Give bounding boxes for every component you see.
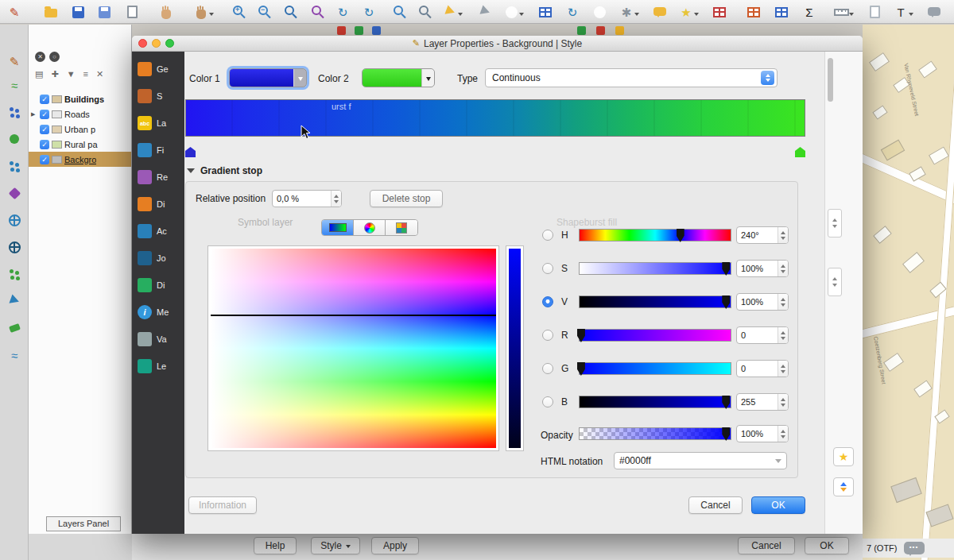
map-tips-icon[interactable]: [650, 2, 669, 21]
deselect-features-icon[interactable]: [475, 2, 494, 21]
hidden-stepper[interactable]: [828, 209, 842, 238]
digitizing-toolbar-icon[interactable]: [337, 26, 346, 35]
zoom-in-icon[interactable]: +: [227, 2, 246, 21]
spin-stepper[interactable]: [778, 426, 788, 442]
scrollbar-thumb[interactable]: [828, 58, 833, 102]
slider-handle[interactable]: [577, 362, 585, 376]
measure-icon[interactable]: [832, 2, 851, 21]
form-annotation-icon[interactable]: [925, 2, 944, 21]
ok-button[interactable]: OK: [751, 496, 805, 514]
spin-stepper[interactable]: [778, 361, 788, 377]
move-feature-icon[interactable]: [5, 129, 24, 149]
channel-spin-r[interactable]: 0: [736, 326, 789, 344]
settings-icon[interactable]: ✱: [617, 2, 636, 21]
pan-to-selection-icon[interactable]: [192, 2, 211, 21]
zoom-native-icon[interactable]: [413, 2, 432, 21]
favorites-star-button[interactable]: ★: [833, 447, 854, 466]
layer-visibility-checkbox[interactable]: ✓: [40, 125, 49, 134]
properties-tab-metadata[interactable]: iMe: [138, 303, 184, 322]
digitizing-toolbar-icon[interactable]: [372, 26, 381, 35]
channel-slider-g[interactable]: [579, 362, 731, 375]
properties-tab-diagrams[interactable]: Di: [138, 276, 184, 295]
edit-icon[interactable]: ✎: [5, 2, 24, 21]
expand-all-icon[interactable]: ≡: [83, 69, 88, 79]
information-button[interactable]: Information: [188, 496, 257, 514]
save-as-icon[interactable]: [95, 2, 114, 21]
add-delimited-text-icon[interactable]: [744, 2, 763, 21]
save-project-icon[interactable]: [68, 2, 87, 21]
channel-radio-g[interactable]: [542, 363, 553, 374]
channel-radio-v[interactable]: [542, 296, 553, 307]
web-plugin-icon[interactable]: [5, 210, 24, 230]
processing-toolbar-icon[interactable]: [615, 26, 624, 35]
annotation-pencil-icon[interactable]: ✎: [5, 52, 24, 71]
delete-stop-button[interactable]: Delete stop: [370, 190, 443, 207]
print-composer-icon[interactable]: [122, 2, 142, 21]
gradient-stop-start-marker[interactable]: [185, 147, 196, 157]
tab-swatches[interactable]: [386, 220, 417, 235]
type-combo[interactable]: Continuous: [485, 68, 778, 87]
layer-item[interactable]: ✓Urban p: [29, 122, 131, 137]
gradient-stop-end-marker[interactable]: [795, 147, 805, 157]
opacity-spin[interactable]: 100%: [736, 425, 789, 442]
zoom-to-selection-icon[interactable]: [305, 2, 324, 21]
add-polygon-icon[interactable]: [5, 183, 24, 203]
properties-tab-joins[interactable]: Jo: [138, 249, 184, 268]
digitize-icon[interactable]: ≈: [5, 75, 24, 95]
layer-item[interactable]: ✓Backgro: [29, 152, 131, 167]
add-group-icon[interactable]: ▤: [35, 69, 43, 79]
channel-spin-s[interactable]: 100%: [736, 260, 789, 277]
statistics-icon[interactable]: Σ: [800, 2, 819, 21]
properties-tab-display[interactable]: Di: [138, 195, 184, 214]
close-window-icon[interactable]: [138, 39, 147, 48]
channel-spin-g[interactable]: 0: [736, 360, 789, 377]
slider-handle[interactable]: [722, 262, 730, 276]
layer-visibility-checkbox[interactable]: ✓: [40, 95, 49, 104]
zoom-last-icon[interactable]: ↺: [333, 2, 352, 21]
text-annotation-icon[interactable]: T: [891, 2, 910, 21]
layer-expander[interactable]: ▶: [31, 111, 37, 118]
properties-ok-button[interactable]: OK: [805, 537, 849, 554]
spin-stepper[interactable]: [778, 227, 788, 243]
color-box[interactable]: [208, 246, 498, 450]
calendar-grid-icon[interactable]: [772, 2, 791, 21]
relative-position-spin[interactable]: 0,0 %: [272, 190, 342, 207]
channel-radio-s[interactable]: [542, 263, 553, 274]
openstreetmap-icon[interactable]: [5, 238, 24, 257]
slider-handle[interactable]: [722, 295, 730, 309]
properties-cancel-button[interactable]: Cancel: [738, 537, 795, 554]
remove-layer-icon[interactable]: ✕: [96, 69, 103, 79]
sort-button[interactable]: [833, 477, 854, 496]
channel-spin-h[interactable]: 240°: [736, 226, 789, 244]
minimize-window-icon[interactable]: [152, 39, 161, 48]
zoom-to-layer-icon[interactable]: [387, 2, 406, 21]
opacity-slider[interactable]: [579, 427, 731, 440]
channel-spin-b[interactable]: 255: [736, 393, 789, 411]
spin-stepper[interactable]: [331, 191, 341, 207]
properties-tab-actions[interactable]: Ac: [138, 222, 184, 241]
layer-item[interactable]: ✓Buildings: [29, 91, 131, 106]
properties-tab-style[interactable]: S: [138, 87, 184, 106]
zoom-window-icon[interactable]: [165, 39, 174, 48]
layer-visibility-checkbox[interactable]: ✓: [40, 155, 49, 164]
channel-slider-s[interactable]: [579, 262, 731, 275]
properties-tab-variables[interactable]: Va: [138, 330, 184, 349]
color2-swatch[interactable]: [362, 68, 435, 87]
channel-slider-h[interactable]: [579, 229, 731, 241]
gradient-preview[interactable]: urst f: [185, 99, 805, 137]
dialog-titlebar[interactable]: ✎ Layer Properties - Background | Style: [132, 36, 863, 52]
slider-handle[interactable]: [677, 229, 684, 242]
add-feature-icon[interactable]: [5, 156, 24, 176]
color1-swatch[interactable]: [229, 68, 307, 87]
properties-tab-legend[interactable]: Le: [138, 357, 184, 376]
zoom-full-extent-icon[interactable]: [278, 2, 297, 21]
map-refresh-icon[interactable]: ↻: [563, 2, 582, 21]
annotation-page-icon[interactable]: [865, 2, 884, 21]
layer-visibility-checkbox[interactable]: ✓: [40, 110, 49, 119]
zoom-next-icon[interactable]: ↻: [359, 2, 378, 21]
collapse-triangle-icon[interactable]: [187, 168, 195, 177]
panel-close-icon[interactable]: ✕: [35, 52, 45, 62]
slider-handle[interactable]: [577, 329, 585, 342]
layer-item[interactable]: ✓Rural pa: [29, 137, 131, 152]
channel-radio-b[interactable]: [542, 396, 553, 407]
